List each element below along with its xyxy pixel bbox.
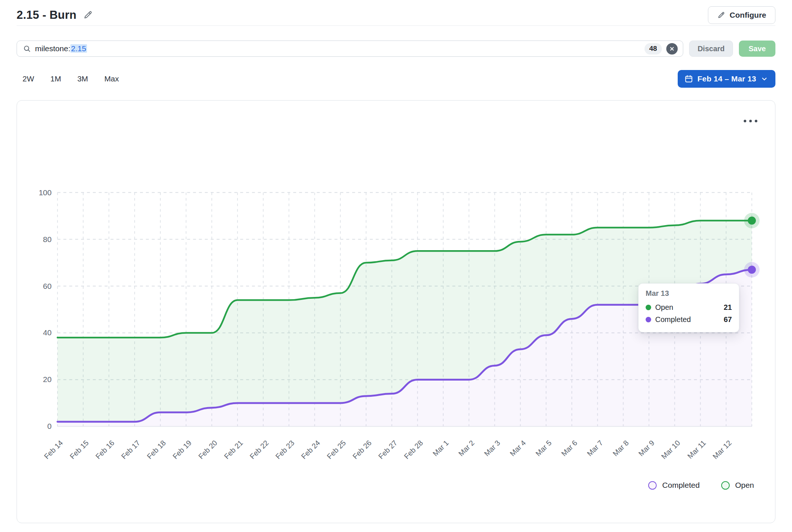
close-icon <box>669 46 675 52</box>
svg-text:Feb 18: Feb 18 <box>145 439 167 461</box>
date-range-button[interactable]: Feb 14 – Mar 13 <box>678 70 775 88</box>
svg-text:Mar 7: Mar 7 <box>586 439 605 458</box>
legend-open-label: Open <box>735 481 754 490</box>
query-prefix: milestone: <box>35 44 70 53</box>
completed-series-dot-icon <box>646 317 651 322</box>
tooltip-date: Mar 13 <box>646 289 732 298</box>
range-options: 2W 1M 3M Max <box>17 74 119 83</box>
svg-text:Mar 8: Mar 8 <box>611 439 630 458</box>
page: 2.15 - Burn Configure milestone:2.15 <box>0 0 792 523</box>
svg-text:Mar 10: Mar 10 <box>660 439 682 461</box>
svg-text:Mar 2: Mar 2 <box>457 439 476 458</box>
svg-text:Mar 11: Mar 11 <box>686 439 707 460</box>
pencil-icon <box>717 11 725 19</box>
page-title: 2.15 - Burn <box>17 8 76 22</box>
legend-item-completed[interactable]: Completed <box>648 481 700 490</box>
discard-button[interactable]: Discard <box>689 41 733 57</box>
search-right: 48 <box>645 43 678 55</box>
svg-text:100: 100 <box>39 188 52 197</box>
svg-text:Feb 28: Feb 28 <box>403 439 425 461</box>
svg-text:Mar 4: Mar 4 <box>508 439 527 458</box>
pencil-icon <box>83 10 93 20</box>
range-option-2w[interactable]: 2W <box>22 74 34 83</box>
configure-label: Configure <box>730 11 766 20</box>
svg-text:Feb 25: Feb 25 <box>325 439 347 461</box>
calendar-icon <box>684 74 693 83</box>
range-option-max[interactable]: Max <box>104 74 119 83</box>
svg-text:Feb 23: Feb 23 <box>274 439 296 461</box>
clear-search-button[interactable] <box>666 43 678 55</box>
search-input[interactable]: milestone:2.15 48 <box>17 41 683 57</box>
svg-text:Feb 21: Feb 21 <box>222 439 244 461</box>
query-value-highlighted: 2.15 <box>70 44 87 53</box>
range-row: 2W 1M 3M Max Feb 14 – Mar 13 <box>17 70 775 88</box>
search-icon <box>23 45 31 53</box>
tooltip-completed-value: 67 <box>724 315 732 324</box>
svg-text:80: 80 <box>43 235 52 244</box>
completed-legend-swatch-icon <box>648 481 657 490</box>
title-wrap: 2.15 - Burn <box>17 8 93 22</box>
tooltip-row-open: Open 21 <box>646 301 732 314</box>
svg-text:Mar 3: Mar 3 <box>483 439 502 458</box>
chart-tooltip: Mar 13 Open 21 Completed 67 <box>638 283 739 332</box>
svg-text:Feb 27: Feb 27 <box>377 439 399 461</box>
tooltip-row-completed: Completed 67 <box>646 314 732 326</box>
edit-title-button[interactable] <box>83 10 93 20</box>
range-option-1m[interactable]: 1M <box>51 74 61 83</box>
configure-button[interactable]: Configure <box>708 6 775 24</box>
legend-completed-label: Completed <box>662 481 700 490</box>
svg-text:Feb 15: Feb 15 <box>68 439 90 461</box>
svg-text:Feb 17: Feb 17 <box>119 439 142 461</box>
chevron-down-icon <box>761 75 768 83</box>
open-series-dot-icon <box>646 305 651 310</box>
svg-text:Mar 1: Mar 1 <box>431 439 450 458</box>
date-range-label: Feb 14 – Mar 13 <box>698 74 756 83</box>
tooltip-completed-label: Completed <box>655 315 691 324</box>
svg-text:Feb 22: Feb 22 <box>248 439 270 461</box>
legend-item-open[interactable]: Open <box>721 481 754 490</box>
range-option-3m[interactable]: 3M <box>77 74 88 83</box>
svg-text:Feb 26: Feb 26 <box>351 439 373 461</box>
burn-chart-card: 020406080100Feb 14Feb 15Feb 16Feb 17Feb … <box>17 100 775 523</box>
svg-text:60: 60 <box>43 282 52 290</box>
svg-text:Mar 12: Mar 12 <box>711 439 733 461</box>
svg-text:Feb 19: Feb 19 <box>171 439 193 461</box>
svg-text:Mar 9: Mar 9 <box>637 439 656 458</box>
save-button[interactable]: Save <box>739 41 775 57</box>
svg-text:Feb 20: Feb 20 <box>197 439 219 461</box>
tooltip-open-value: 21 <box>724 303 732 312</box>
svg-text:Feb 16: Feb 16 <box>94 439 116 461</box>
svg-text:Feb 24: Feb 24 <box>300 439 322 461</box>
svg-text:Mar 6: Mar 6 <box>560 439 579 458</box>
result-count-badge: 48 <box>645 43 662 55</box>
tooltip-open-label: Open <box>655 303 673 312</box>
search-query: milestone:2.15 <box>23 44 87 53</box>
svg-text:40: 40 <box>43 328 52 337</box>
filter-row: milestone:2.15 48 Discard Save <box>17 41 775 57</box>
open-legend-swatch-icon <box>721 481 730 490</box>
svg-text:20: 20 <box>43 375 52 384</box>
svg-text:Mar 5: Mar 5 <box>534 439 553 458</box>
header: 2.15 - Burn Configure <box>17 0 775 26</box>
chart-legend: Completed Open <box>648 481 754 490</box>
svg-text:0: 0 <box>47 422 52 430</box>
svg-text:Feb 14: Feb 14 <box>42 439 65 461</box>
